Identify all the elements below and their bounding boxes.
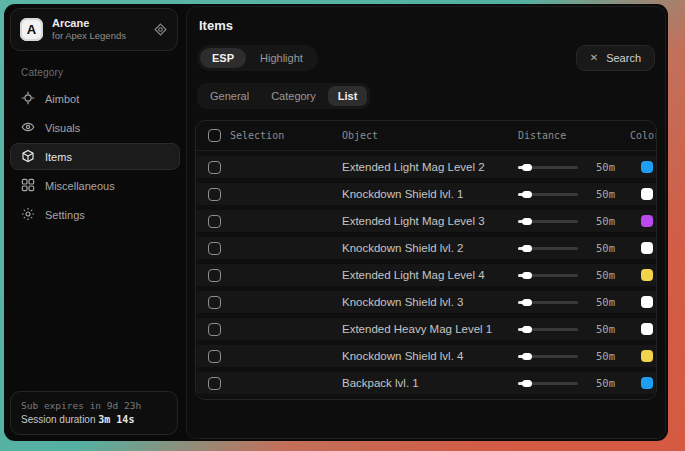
distance-slider[interactable] [518,274,578,277]
sidebar-item-settings[interactable]: Settings [10,201,180,228]
object-name: Backpack lvl. 1 [342,377,518,389]
slider-handle[interactable] [522,353,532,360]
distance-value: 50m [585,161,615,173]
tab-esp[interactable]: ESP [200,48,246,68]
slider-handle[interactable] [522,245,532,252]
items-table: Selection Object Distance Color Extended… [195,120,657,400]
tab-highlight[interactable]: Highlight [248,48,315,68]
brand-subtitle: for Apex Legends [52,30,126,42]
brand-card: A Arcane for Apex Legends [10,8,178,51]
color-swatch[interactable] [641,350,653,362]
distance-slider[interactable] [518,193,578,196]
distance-slider[interactable] [518,166,578,169]
header-distance: Distance [518,130,566,141]
brand-text: Arcane for Apex Legends [52,17,126,42]
slider-handle[interactable] [522,218,532,225]
color-swatch[interactable] [641,377,653,389]
distance-value: 50m [585,323,615,335]
view-tabs-row: General Category List [187,83,665,109]
sidebar: A Arcane for Apex Legends Category Aimbo… [4,4,186,441]
view-tabs: General Category List [197,83,370,109]
object-name: Knockdown Shield lvl. 1 [342,188,518,200]
color-swatch[interactable] [641,188,653,200]
object-name: Knockdown Shield lvl. 2 [342,242,518,254]
row-checkbox[interactable] [208,188,221,201]
slider-handle[interactable] [522,164,532,171]
select-all-checkbox[interactable] [208,129,221,142]
distance-value: 50m [585,377,615,389]
mode-tabs: ESP Highlight [197,45,318,71]
table-row[interactable]: Knockdown Shield lvl. 1 50m [196,183,656,205]
x-icon: ✕ [590,53,598,63]
tab-category[interactable]: Category [261,86,326,106]
search-button[interactable]: ✕ Search [576,45,655,71]
header-color: Color [630,130,657,141]
sidebar-item-miscellaneous[interactable]: Miscellaneous [10,172,180,199]
row-checkbox[interactable] [208,377,221,390]
distance-slider[interactable] [518,247,578,250]
table-header: Selection Object Distance Color [196,121,656,151]
distance-slider[interactable] [518,382,578,385]
sidebar-item-label: Miscellaneous [45,180,115,192]
table-row[interactable]: Backpack lvl. 1 50m [196,372,656,394]
sidebar-item-visuals[interactable]: Visuals [10,114,180,141]
distance-value: 50m [585,269,615,281]
tab-list[interactable]: List [328,86,368,106]
grid-icon [21,178,35,194]
controls-row: ESP Highlight ✕ Search [187,45,665,71]
sidebar-nav: Aimbot Visuals Items [4,85,186,228]
sidebar-item-aimbot[interactable]: Aimbot [10,85,180,112]
row-checkbox[interactable] [208,323,221,336]
sidebar-item-items[interactable]: Items [10,143,180,170]
slider-handle[interactable] [522,299,532,306]
header-selection: Selection [230,130,284,141]
color-swatch[interactable] [641,323,653,335]
sidebar-item-label: Settings [45,209,85,221]
header-object: Object [342,130,518,141]
slider-handle[interactable] [522,191,532,198]
distance-value: 50m [585,188,615,200]
distance-slider[interactable] [518,301,578,304]
table-row[interactable]: Extended Heavy Mag Level 1 50m [196,318,656,340]
color-swatch[interactable] [641,242,653,254]
distance-value: 50m [585,296,615,308]
row-checkbox[interactable] [208,269,221,282]
category-label: Category [21,67,186,78]
table-row[interactable]: Knockdown Shield lvl. 4 50m [196,345,656,367]
slider-handle[interactable] [522,326,532,333]
distance-value: 50m [585,350,615,362]
table-row[interactable]: Extended Light Mag Level 3 50m [196,210,656,232]
row-checkbox[interactable] [208,296,221,309]
tab-general[interactable]: General [200,86,259,106]
color-swatch[interactable] [641,269,653,281]
session-duration-value: 3m 14s [98,414,134,425]
color-swatch[interactable] [641,161,653,173]
gear-icon [21,207,35,223]
table-row[interactable]: Knockdown Shield lvl. 2 50m [196,237,656,259]
crosshair-icon [21,91,35,107]
distance-slider[interactable] [518,328,578,331]
table-row[interactable]: Knockdown Shield lvl. 3 50m [196,291,656,313]
distance-slider[interactable] [518,355,578,358]
sidebar-item-label: Visuals [45,122,80,134]
eye-icon [21,120,35,136]
table-row[interactable]: Extended Light Mag Level 4 50m [196,264,656,286]
object-name: Knockdown Shield lvl. 4 [342,350,518,362]
pin-icon[interactable] [153,22,168,37]
row-checkbox[interactable] [208,215,221,228]
color-swatch[interactable] [641,296,653,308]
slider-handle[interactable] [522,380,532,387]
slider-handle[interactable] [522,272,532,279]
sub-expiry-text: Sub expires in 9d 23h [21,399,167,413]
row-checkbox[interactable] [208,161,221,174]
session-info-box: Sub expires in 9d 23h Session duration 3… [10,391,178,435]
brand-name: Arcane [52,17,126,30]
object-name: Extended Light Mag Level 4 [342,269,518,281]
brand-logo: A [20,18,43,41]
row-checkbox[interactable] [208,242,221,255]
distance-slider[interactable] [518,220,578,223]
table-row[interactable]: Extended Light Mag Level 2 50m [196,156,656,178]
row-checkbox[interactable] [208,350,221,363]
app-window: A Arcane for Apex Legends Category Aimbo… [4,4,668,441]
color-swatch[interactable] [641,215,653,227]
